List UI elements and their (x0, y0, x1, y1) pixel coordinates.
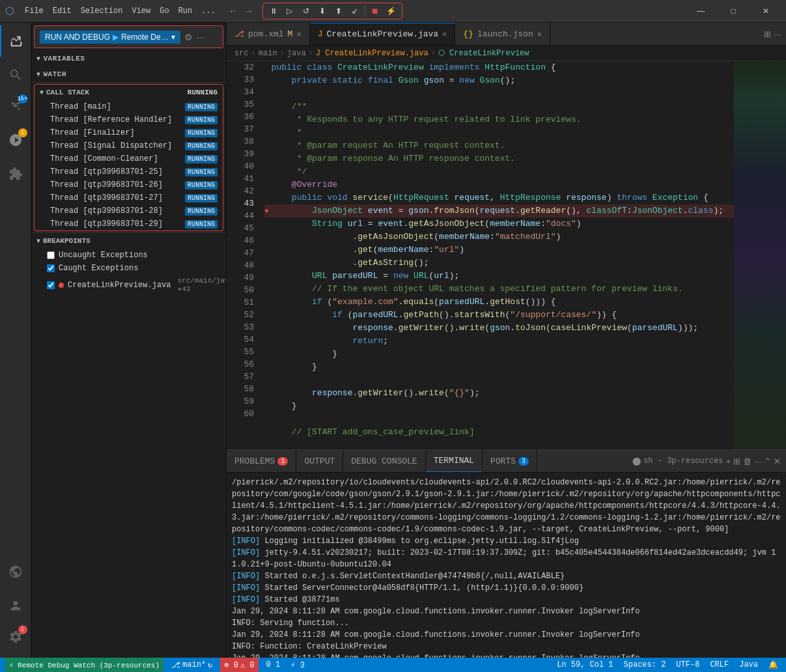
debug-step-into[interactable]: ↺ (298, 4, 314, 18)
callstack-item[interactable]: Thread [qtp399683701-29] RUNNING (35, 217, 223, 231)
close-button[interactable]: ✕ (751, 0, 781, 23)
activity-account[interactable] (0, 590, 31, 621)
status-remote-debug[interactable]: ⚡ Remote Debug Watch (3p-resources) (5, 658, 163, 672)
panel-more-button[interactable]: ··· (754, 456, 761, 466)
callstack-item-name: Thread [Signal Dispatcher] (50, 141, 172, 150)
status-position[interactable]: Ln 59, Col 1 (554, 658, 615, 672)
tab-close-pom[interactable]: ✕ (296, 29, 301, 39)
breadcrumb-src[interactable]: src (234, 49, 249, 58)
menu-selection[interactable]: Selection (77, 5, 127, 17)
status-encoding[interactable]: UTF-8 (673, 658, 702, 672)
menu-more[interactable]: ... (197, 5, 219, 17)
breakpoint-checkbox[interactable] (47, 264, 55, 272)
callstack-item[interactable]: Thread [qtp399683701-25] RUNNING (35, 165, 223, 178)
callstack-item-name: Thread [qtp399683701-27] (50, 193, 163, 203)
debug-continue[interactable]: ⏸ (266, 4, 281, 18)
watch-header[interactable]: ▼ WATCH (31, 66, 226, 82)
menu-go[interactable]: Go (156, 5, 173, 17)
callstack-header[interactable]: ▼ CALL STACK Running (35, 85, 223, 100)
activity-extensions[interactable] (0, 158, 31, 189)
breakpoint-item[interactable]: Uncaught Exceptions (31, 249, 226, 262)
tab-pom-xml[interactable]: ⎇ pom.xml M ✕ (227, 23, 310, 45)
debug-disconnect[interactable]: ↙ (347, 4, 363, 18)
debug-stop[interactable]: ⏹ (367, 4, 383, 18)
activity-search[interactable] (0, 59, 31, 91)
panel-tabs: PROBLEMS 1 OUTPUT DEBUG CONSOLE TERMINAL… (227, 450, 786, 473)
terminal-line: INFO: Function: CreateLinkPreview (232, 641, 781, 652)
breakpoint-checkbox[interactable] (47, 281, 55, 289)
panel-tab-problems[interactable]: PROBLEMS 1 (227, 450, 296, 472)
callstack-item[interactable]: Thread [Signal Dispatcher] RUNNING (35, 139, 223, 152)
callstack-item[interactable]: Thread [Finalizer] RUNNING (35, 126, 223, 139)
activity-run-debug[interactable]: 1 (0, 124, 31, 156)
activity-remote[interactable] (0, 556, 31, 587)
split-terminal-button[interactable]: ⊞ (733, 456, 740, 466)
panel-maximize-button[interactable]: ⌃ (764, 456, 771, 466)
menu-edit[interactable]: Edit (49, 5, 76, 17)
terminal-line: Jan 29, 2024 8:11:28 AM com.google.cloud… (232, 652, 781, 658)
variables-header[interactable]: ▼ VARIABLES (31, 51, 226, 66)
run-debug-button[interactable]: RUN AND DEBUG ▶ Remote De… ▾ (40, 31, 180, 44)
breakpoint-item[interactable]: CreateLinkPreview.javasrc/main/java ✦43 (31, 275, 226, 295)
status-spaces[interactable]: Spaces: 2 (621, 658, 669, 672)
tab-close-java[interactable]: ✕ (442, 29, 447, 39)
status-line-ending[interactable]: CRLF (707, 658, 731, 672)
split-editor-button[interactable]: ⊞ (764, 29, 771, 39)
kill-terminal-button[interactable]: 🗑 (743, 456, 751, 466)
nav-forward[interactable]: → (242, 4, 256, 18)
breadcrumb-file[interactable]: J CreateLinkPreview.java (316, 49, 428, 58)
panel-tab-terminal[interactable]: TERMINAL (426, 450, 483, 472)
callstack-item[interactable]: Thread [qtp399683701-26] RUNNING (35, 178, 223, 191)
breadcrumb-main[interactable]: main (259, 49, 277, 58)
breadcrumb-class[interactable]: ⬡ CreateLinkPreview (438, 48, 529, 58)
breadcrumb-sep3: › (309, 49, 313, 58)
code-area[interactable]: ●public class CreateLinkPreview implemen… (259, 61, 734, 449)
activity-source-control[interactable]: 1k+ (0, 91, 31, 122)
nav-back[interactable]: ← (226, 4, 240, 18)
more-tabs-button[interactable]: ··· (774, 29, 781, 39)
breakpoint-item[interactable]: Caught Exceptions (31, 262, 226, 275)
breakpoints-header[interactable]: ▼ BREAKPOINTS (31, 233, 226, 249)
breakpoint-checkbox[interactable] (47, 251, 55, 259)
callstack-item[interactable]: Thread [qtp399683701-28] RUNNING (35, 204, 223, 217)
minimize-button[interactable]: — (686, 0, 716, 23)
menu-file[interactable]: File (21, 5, 48, 17)
status-feedback[interactable]: 🔔 (766, 658, 781, 672)
status-info[interactable]: 0 1 (264, 658, 283, 672)
breakpoints-label: BREAKPOINTS (43, 237, 91, 245)
panel-close-button[interactable]: ✕ (774, 456, 781, 466)
maximize-button[interactable]: □ (718, 0, 748, 23)
code-line-43: ● JsonObject event = gson.fromJson(reque… (264, 204, 734, 217)
menu-run[interactable]: Run (175, 5, 197, 17)
terminal-line: /pierrick/.m2/repository/io/cloudevents/… (232, 477, 781, 535)
callstack-item[interactable]: Thread [qtp399683701-27] RUNNING (35, 191, 223, 204)
tab-close-json[interactable]: ✕ (537, 29, 542, 39)
tab-create-link-preview[interactable]: J CreateLinkPreview.java ✕ (310, 23, 456, 45)
tab-actions: ⊞ ··· (759, 23, 786, 45)
status-language[interactable]: Java (737, 658, 761, 672)
debug-more-button[interactable]: ··· (197, 32, 204, 42)
status-branch[interactable]: ⎇ main* ↻ (169, 658, 215, 672)
activity-settings[interactable]: 1 (0, 621, 31, 652)
callstack-item-name: Thread [qtp399683701-25] (50, 167, 163, 176)
debug-step-out[interactable]: ⬇ (315, 4, 330, 18)
new-terminal-button[interactable]: + (726, 456, 731, 466)
callstack-item[interactable]: Thread [Common-Cleaner] RUNNING (35, 152, 223, 165)
status-errors[interactable]: ⊗ 0 ⚠ 0 (220, 658, 258, 672)
panel-tab-debug-console[interactable]: DEBUG CONSOLE (343, 450, 425, 472)
activity-explorer[interactable] (0, 25, 31, 57)
callstack-item[interactable]: Thread [main] RUNNING (35, 100, 223, 113)
tab-launch-json[interactable]: {} launch.json ✕ (455, 23, 550, 45)
debug-gear-button[interactable]: ⚙ (184, 32, 193, 42)
debug-restart[interactable]: ⬆ (331, 4, 346, 18)
breadcrumb-java[interactable]: java (287, 49, 306, 58)
callstack-item[interactable]: Thread [Reference Handler] RUNNING (35, 113, 223, 126)
breakpoint-label: Uncaught Exceptions (59, 251, 148, 260)
menu-view[interactable]: View (128, 5, 154, 17)
status-workspace[interactable]: ⚡ 3 (288, 658, 307, 672)
panel-tab-output[interactable]: OUTPUT (296, 450, 343, 472)
debug-lightning[interactable]: ⚡ (384, 4, 399, 18)
panel-tab-ports[interactable]: PORTS 3 (483, 450, 537, 472)
panel-content[interactable]: /pierrick/.m2/repository/io/cloudevents/… (227, 473, 786, 658)
debug-step-over[interactable]: ▷ (282, 4, 298, 18)
